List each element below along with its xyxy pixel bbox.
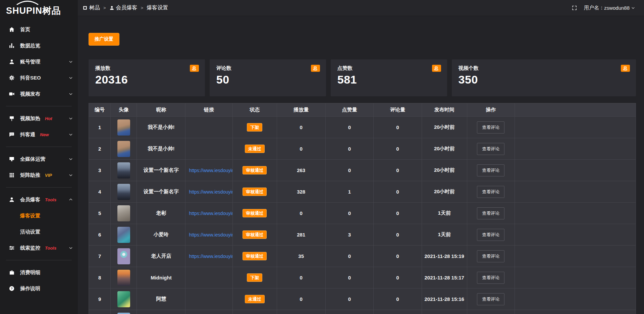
cell-link: https://www.iesdouyin.c	[185, 224, 232, 245]
cell-published: 20小时前	[422, 117, 467, 138]
avatar	[117, 248, 130, 264]
view-comments-button[interactable]: 查看评论	[477, 143, 504, 155]
cell-action: 查看评论	[467, 181, 515, 202]
cell-status: 审核通过	[233, 203, 277, 224]
cell-number: 2	[89, 138, 111, 159]
breadcrumb-separator: >	[141, 5, 144, 10]
view-comments-button[interactable]: 查看评论	[477, 293, 504, 305]
cell-avatar	[111, 138, 137, 159]
sidebar-subitem-baoke-settings[interactable]: 爆客设置	[0, 208, 78, 224]
cell-comments: 0	[374, 289, 422, 310]
chevron-down-icon	[68, 116, 73, 121]
breadcrumb-label: 树品	[89, 4, 100, 11]
sidebar-item-clue-monitor[interactable]: 线索监控Tools	[0, 240, 78, 256]
view-comments-button[interactable]: 查看评论	[477, 164, 504, 176]
sidebar-item-member-baoke[interactable]: 会员爆客Tools	[0, 192, 78, 208]
sidebar-item-operation-guide[interactable]: ?操作说明	[0, 280, 78, 297]
view-comments-button[interactable]: 查看评论	[477, 186, 504, 198]
profile-link[interactable]: https://www.iesdouyin.c	[189, 168, 232, 173]
status-badge: 审核通过	[243, 252, 267, 260]
cell-comments: 0	[374, 181, 422, 202]
table-header-cell: 播放量	[277, 103, 326, 116]
logo-text-en: SHUPIN	[6, 6, 42, 16]
cell-nickname: 我不是小帅!	[137, 138, 185, 159]
cell-avatar	[111, 224, 137, 245]
profile-link[interactable]: https://www.iesdouyin.c	[189, 189, 232, 195]
table-header-cell: 头像	[111, 103, 137, 116]
breadcrumb-label: 爆客设置	[147, 4, 168, 11]
sidebar-item-douyin-seo[interactable]: 抖音SEO	[0, 70, 78, 86]
breadcrumb-item-shupin[interactable]: 树品	[83, 4, 100, 11]
profile-link[interactable]: https://www.iesdouyin.c	[189, 254, 232, 259]
home-icon	[9, 27, 15, 33]
cell-published: 20小时前	[422, 181, 467, 202]
sidebar-item-omni-media-operation[interactable]: 全媒体运营	[0, 151, 78, 167]
chevron-up-icon	[68, 197, 73, 202]
cell-published: 2021-11-28 15:16	[422, 289, 467, 310]
cell-link: https://www.iesdouyin.c	[185, 246, 232, 267]
cell-likes: 0	[326, 289, 374, 310]
view-comments-button[interactable]: 查看评论	[477, 229, 504, 241]
cell-avatar	[111, 160, 137, 181]
chevron-down-icon	[68, 75, 73, 80]
sliders-icon	[9, 245, 15, 251]
view-comments-button[interactable]: 查看评论	[477, 121, 504, 134]
stat-value: 350	[459, 73, 629, 86]
sidebar-item-tag: VIP	[45, 173, 52, 178]
cell-published: 20小时前	[422, 160, 467, 181]
cell-published: 2021-11-28 15:17	[422, 267, 467, 288]
total-badge: 总	[621, 65, 630, 72]
sidebar-item-home[interactable]: 首页	[0, 21, 78, 38]
sidebar-item-tag: Hot	[45, 116, 52, 121]
cell-likes: 3	[326, 224, 374, 245]
sidebar-item-douketong[interactable]: 抖客通New	[0, 126, 78, 143]
user-dropdown[interactable]: 用户名： zswodun88	[584, 5, 635, 11]
table-filler-cell	[515, 267, 636, 288]
sidebar-item-label: 矩阵助推	[20, 172, 40, 178]
fullscreen-icon[interactable]	[572, 5, 577, 11]
table-filler-cell	[515, 310, 636, 314]
sidebar-item-consumption-details[interactable]: 消费明细	[0, 264, 78, 280]
stat-value: 50	[216, 73, 319, 86]
sidebar-subitem-activity-settings[interactable]: 活动设置	[0, 224, 78, 240]
sidebar-item-account-management[interactable]: 账号管理	[0, 54, 78, 70]
monitor-icon	[9, 156, 15, 162]
total-badge: 总	[190, 65, 199, 72]
sidebar-item-data-overview[interactable]: 数据总览	[0, 38, 78, 54]
cell-number: 4	[89, 181, 111, 202]
cell-likes: 0	[326, 246, 374, 267]
cell-comments: 0	[374, 203, 422, 224]
view-comments-button[interactable]: 查看评论	[477, 207, 504, 219]
cell-avatar	[111, 181, 137, 202]
promo-settings-button[interactable]: 推广设置	[89, 33, 119, 46]
cell-plays: 328	[277, 181, 326, 202]
gear-icon	[9, 75, 15, 81]
stat-card-0: 播放数20316总	[89, 59, 205, 96]
cell-likes: 1	[326, 181, 374, 202]
sidebar-item-tag: Tools	[45, 197, 56, 202]
view-comments-button[interactable]: 查看评论	[477, 272, 504, 284]
cell-comments: 0	[374, 224, 422, 245]
cell-plays: 0	[277, 117, 326, 138]
sidebar-item-matrix-boost[interactable]: 矩阵助推VIP	[0, 167, 78, 183]
view-comments-button[interactable]: 查看评论	[477, 250, 504, 262]
cell-link	[185, 138, 232, 159]
avatar	[117, 184, 130, 200]
sidebar-item-video-publish[interactable]: 视频发布	[0, 86, 78, 102]
sidebar-item-tag: Tools	[45, 246, 56, 251]
wallet-icon	[9, 269, 15, 275]
cell-action: 查看评论	[467, 246, 515, 267]
sidebar-item-video-heating[interactable]: 视频加热Hot	[0, 110, 78, 126]
breadcrumb-item-member-baoke[interactable]: 会员爆客	[109, 4, 138, 11]
cell-action: 查看评论	[467, 117, 515, 138]
sidebar-item-label: 抖客通	[20, 132, 35, 138]
sidebar-item-label: 全媒体运营	[20, 156, 45, 162]
app-logo[interactable]: SHUPIN树品	[0, 0, 78, 19]
profile-link[interactable]: https://www.iesdouyin.c	[189, 232, 232, 238]
cell-status: 下架	[233, 117, 277, 138]
cell-nickname: 设置一个新名字	[137, 181, 185, 202]
stat-value: 20316	[95, 73, 198, 86]
cell-number: 3	[89, 160, 111, 181]
profile-link[interactable]: https://www.iesdouyin.c	[189, 211, 232, 216]
status-badge: 下架	[247, 123, 262, 132]
